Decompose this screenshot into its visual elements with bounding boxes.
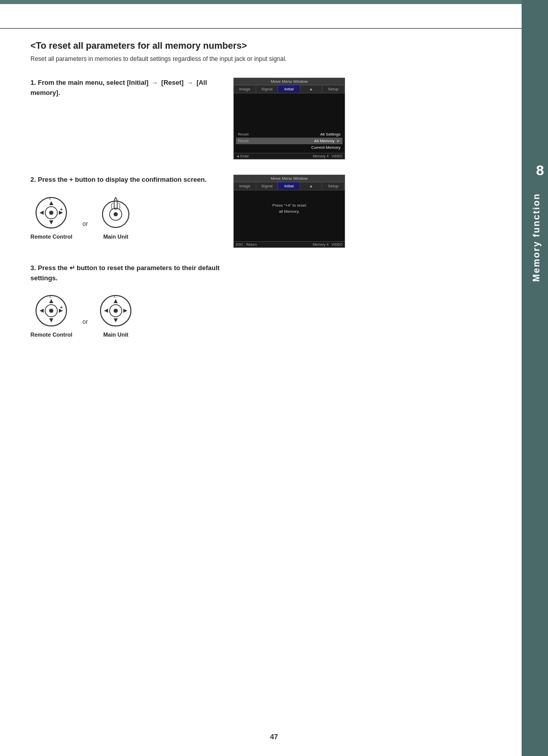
step-2-right: Move Menu Window Image Signal Initial ▲ … bbox=[223, 175, 512, 248]
svg-point-2 bbox=[49, 211, 53, 215]
step-2-number: 2. bbox=[30, 176, 36, 183]
step-1-right: Move Menu Window Image Signal Initial ▲ … bbox=[223, 78, 512, 159]
svg-marker-19 bbox=[49, 318, 53, 322]
main-unit-item-3: A Main Unit bbox=[98, 293, 133, 338]
svg-text:–: – bbox=[41, 307, 44, 314]
section-rule bbox=[0, 28, 522, 29]
menu-footer-left-1: ◄ Enter bbox=[236, 154, 249, 158]
menu-tab-image-2: Image bbox=[234, 182, 256, 190]
step-3-text: Press the ↵ button to reset the paramete… bbox=[30, 264, 220, 282]
menu-tab-icon: ▲ bbox=[300, 85, 323, 93]
menu-tab-setup-2: Setup bbox=[322, 182, 345, 190]
menu-value-all-settings: All Settings bbox=[263, 132, 340, 137]
step-1-left: 1. From the main menu, select [Initial] … bbox=[30, 78, 223, 103]
menu-footer-1: ◄ Enter Memory 4 VIDEO bbox=[234, 153, 345, 159]
main-content: <To reset all parameters for all memory … bbox=[30, 30, 512, 726]
top-bar bbox=[0, 0, 548, 4]
menu-tabs-1: Image Signal Initial ▲ Setup bbox=[234, 85, 345, 93]
svg-point-13 bbox=[114, 212, 118, 216]
remote-control-icon-2: + – A ▼ bbox=[33, 195, 69, 231]
svg-marker-29 bbox=[114, 318, 118, 322]
menu-value-all-memory: All Memory bbox=[263, 139, 334, 143]
svg-text:+: + bbox=[60, 207, 63, 212]
menu-value-current-memory: Current Memory bbox=[263, 145, 340, 150]
svg-text:–: – bbox=[41, 209, 44, 216]
remote-control-item-3: + – A Remote Control bbox=[30, 293, 73, 338]
main-unit-item-2: A Main Unit bbox=[98, 195, 133, 240]
menu-indicator: ► bbox=[336, 139, 340, 143]
page-subtitle: Reset all parameters in memories to defa… bbox=[30, 55, 512, 62]
step-1-number: 1. bbox=[30, 79, 36, 86]
menu-spacer-1 bbox=[236, 95, 342, 131]
remote-control-item-2: + – A ▼ Remote Control bbox=[30, 195, 73, 240]
svg-marker-28 bbox=[114, 299, 118, 303]
remote-control-label-2: Remote Control bbox=[30, 234, 73, 240]
menu-tab-initial: Initial bbox=[278, 85, 300, 93]
menu-tab-icon-2: ▲ bbox=[300, 182, 323, 190]
main-unit-label-2: Main Unit bbox=[103, 234, 128, 240]
svg-marker-31 bbox=[123, 309, 127, 313]
step-3-icons-row: + – A Remote Control or bbox=[30, 293, 223, 338]
menu-tab-setup: Setup bbox=[322, 85, 345, 93]
menu-footer-2: ESC : Return Memory 4 VIDEO bbox=[234, 241, 345, 247]
menu-screenshot-1: Move Menu Window Image Signal Initial ▲ … bbox=[233, 78, 345, 159]
svg-marker-3 bbox=[49, 201, 53, 205]
menu-tabs-2: Image Signal Initial ▲ Setup bbox=[234, 182, 345, 190]
menu-row-all-settings: Reset All Settings bbox=[236, 131, 342, 138]
chapter-title: Memory function bbox=[531, 193, 542, 282]
menu-center-text-2: Press "+4" to resetall Memory. bbox=[236, 192, 342, 225]
step-3-section: 3. Press the ↵ button to reset the param… bbox=[30, 263, 512, 338]
menu-tab-initial-2: Initial bbox=[278, 182, 300, 190]
right-sidebar: 8 Memory function bbox=[522, 0, 548, 756]
remote-control-label-3: Remote Control bbox=[30, 332, 73, 338]
menu-title-bar-2: Move Menu Window bbox=[234, 175, 345, 182]
step-2-icons-row: + – A ▼ Remote Control or bbox=[30, 195, 223, 240]
step-3-instruction: 3. Press the ↵ button to reset the param… bbox=[30, 263, 223, 283]
step-3-left: 3. Press the ↵ button to reset the param… bbox=[30, 263, 223, 338]
menu-body-1: Reset All Settings Reset All Memory ► Cu… bbox=[234, 93, 345, 153]
menu-tab-image: Image bbox=[234, 85, 256, 93]
menu-tab-signal-2: Signal bbox=[256, 182, 279, 190]
menu-footer-right-1: Memory 4 VIDEO bbox=[313, 154, 342, 158]
page-title: <To reset all parameters for all memory … bbox=[30, 41, 512, 51]
step-2-instruction: 2. Press the + button to display the con… bbox=[30, 175, 223, 185]
main-unit-label-3: Main Unit bbox=[103, 332, 128, 338]
svg-text:+: + bbox=[60, 305, 63, 310]
svg-marker-30 bbox=[104, 309, 108, 313]
svg-point-17 bbox=[49, 309, 53, 313]
main-unit-icon-3: A bbox=[98, 293, 133, 328]
or-text-3: or bbox=[83, 318, 88, 325]
remote-control-icon-3: + – A bbox=[33, 293, 69, 328]
step-2-text: Press the + button to display the confir… bbox=[38, 176, 207, 183]
page-number: 47 bbox=[270, 733, 278, 741]
menu-screenshot-2: Move Menu Window Image Signal Initial ▲ … bbox=[233, 175, 345, 248]
step-2-section: 2. Press the + button to display the con… bbox=[30, 175, 512, 248]
menu-footer-left-2: ESC : Return bbox=[236, 243, 257, 246]
menu-title-bar-1: Move Menu Window bbox=[234, 78, 345, 85]
step-1-section: 1. From the main menu, select [Initial] … bbox=[30, 78, 512, 159]
svg-point-27 bbox=[114, 309, 118, 313]
menu-tab-signal: Signal bbox=[256, 85, 279, 93]
svg-marker-18 bbox=[49, 299, 53, 303]
menu-footer-right-2: Memory 4 VIDEO bbox=[313, 243, 342, 246]
step-1-instruction: 1. From the main menu, select [Initial] … bbox=[30, 78, 223, 97]
menu-label-reset1: Reset bbox=[238, 132, 263, 137]
menu-row-all-memory: Reset All Memory ► bbox=[236, 138, 342, 144]
menu-body-2: Press "+4" to resetall Memory. bbox=[234, 190, 345, 241]
or-text-2: or bbox=[83, 220, 88, 227]
svg-text:▼: ▼ bbox=[49, 226, 52, 229]
main-unit-icon-2: A bbox=[98, 195, 133, 231]
menu-row-current-memory: Current Memory bbox=[236, 144, 342, 151]
svg-marker-4 bbox=[49, 220, 53, 224]
step-2-left: 2. Press the + button to display the con… bbox=[30, 175, 223, 240]
step-1-text: From the main menu, select [Initial] → [… bbox=[30, 79, 207, 96]
step-3-number: 3. bbox=[30, 264, 36, 272]
menu-label-reset2: Reset bbox=[238, 139, 263, 143]
chapter-number: 8 bbox=[536, 162, 544, 179]
